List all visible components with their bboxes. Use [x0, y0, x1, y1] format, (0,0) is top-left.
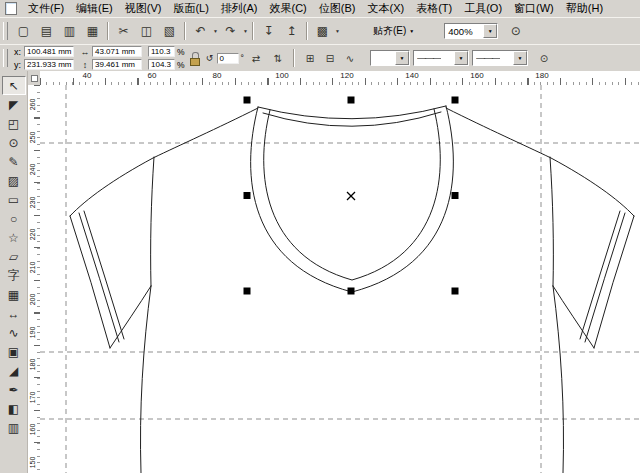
- tshirt-right-cuff-band-1[interactable]: [585, 213, 625, 342]
- tshirt-neckband-outer[interactable]: [251, 106, 454, 292]
- chevron-down-icon: ▼: [454, 51, 468, 65]
- menu-item[interactable]: 文件(F): [22, 0, 70, 17]
- menu-item[interactable]: 工具(O): [458, 0, 508, 17]
- pick-tool[interactable]: ↖: [2, 76, 26, 95]
- shape-tool[interactable]: ◤: [2, 95, 26, 114]
- eyedropper-tool[interactable]: ◢: [2, 361, 26, 380]
- convert-to-curves-icon: ∿: [346, 53, 354, 64]
- mirror-vertical-button[interactable]: ⇅: [268, 48, 288, 68]
- selection-handle[interactable]: [452, 192, 459, 199]
- line-style-combo[interactable]: ———▼: [413, 50, 469, 66]
- export-button[interactable]: ↥: [280, 20, 303, 42]
- crop-tool[interactable]: ◰: [2, 114, 26, 133]
- rectangle-tool[interactable]: ▭: [2, 190, 26, 209]
- selection-handle[interactable]: [348, 97, 355, 104]
- tshirt-right-cuff-edge[interactable]: [594, 216, 634, 348]
- menu-item[interactable]: 视图(V): [119, 0, 168, 17]
- tshirt-left-cuff-band-1[interactable]: [79, 213, 119, 342]
- import-button[interactable]: ↧: [257, 20, 280, 42]
- menu-item[interactable]: 位图(B): [313, 0, 362, 17]
- scale-x-input[interactable]: 110.3: [148, 46, 175, 57]
- smart-fill-tool-icon: ▨: [8, 174, 19, 188]
- outline-width-combo[interactable]: ▼: [370, 50, 410, 66]
- menu-item[interactable]: 效果(C): [264, 0, 313, 17]
- polygon-tool-icon: ☆: [8, 231, 19, 245]
- chevron-down-icon[interactable]: ▼: [334, 28, 341, 34]
- open-button[interactable]: ▤: [35, 20, 58, 42]
- chevron-down-icon[interactable]: ▼: [242, 28, 249, 34]
- menu-item[interactable]: 文本(X): [361, 0, 410, 17]
- freehand-tool[interactable]: ✎: [2, 152, 26, 171]
- horizontal-ruler[interactable]: 406080100120140160180: [40, 71, 640, 86]
- fill-tool[interactable]: ◧: [2, 399, 26, 418]
- convert-to-curves-button[interactable]: ∿: [340, 48, 360, 68]
- mirror-horizontal-button[interactable]: ⇄: [246, 48, 266, 68]
- cut-button[interactable]: ✂: [112, 20, 135, 42]
- ellipse-tool[interactable]: ○: [2, 209, 26, 228]
- save-button[interactable]: ▥: [58, 20, 81, 42]
- application-launcher-button[interactable]: ▩: [311, 20, 334, 42]
- outline-pen-tool[interactable]: ✒: [2, 380, 26, 399]
- menu-item[interactable]: 帮助(H): [560, 0, 609, 17]
- object-width-input[interactable]: 43.071 mm: [92, 46, 142, 57]
- menu-item[interactable]: 表格(T): [410, 0, 458, 17]
- interactive-fill-tool[interactable]: ▥: [2, 418, 26, 437]
- redo-button[interactable]: ↷: [219, 20, 242, 42]
- selection-handle[interactable]: [452, 288, 459, 295]
- text-tool[interactable]: 字: [2, 266, 26, 285]
- smart-fill-tool[interactable]: ▨: [2, 171, 26, 190]
- chevron-down-icon[interactable]: ▼: [212, 28, 219, 34]
- paste-button[interactable]: ▧: [158, 20, 181, 42]
- tshirt-right-shoulder-sleeve[interactable]: [446, 108, 634, 216]
- rotation-angle-input[interactable]: 0: [217, 53, 239, 64]
- menu-item[interactable]: 编辑(E): [70, 0, 119, 17]
- canvas-area: [40, 85, 640, 473]
- tshirt-back-collar-outer[interactable]: [258, 106, 446, 119]
- new-document-button[interactable]: ▢: [12, 20, 35, 42]
- copy-button[interactable]: ◫: [135, 20, 158, 42]
- menu-item[interactable]: 版面(L): [167, 0, 214, 17]
- selection-handle[interactable]: [348, 288, 355, 295]
- snap-to-dropdown[interactable]: 贴齐(E) ▼: [369, 22, 418, 40]
- tshirt-right-body-side[interactable]: [553, 286, 564, 473]
- table-tool[interactable]: ▦: [2, 285, 26, 304]
- tshirt-left-shoulder-sleeve[interactable]: [70, 108, 258, 216]
- x-position-input[interactable]: 100.481 mm: [24, 46, 74, 57]
- menu-item[interactable]: 排列(A): [215, 0, 264, 17]
- lock-ratio-button[interactable]: [189, 50, 201, 67]
- weld-button[interactable]: ⊟: [320, 48, 340, 68]
- polygon-tool[interactable]: ☆: [2, 228, 26, 247]
- zoom-tool[interactable]: ⊙: [2, 133, 26, 152]
- object-height-input[interactable]: 39.461 mm: [92, 59, 142, 70]
- toolbar-grip[interactable]: [3, 22, 8, 40]
- document-icon[interactable]: [5, 2, 17, 15]
- tshirt-left-body-side[interactable]: [140, 286, 151, 473]
- selection-handle[interactable]: [244, 288, 251, 295]
- undo-button[interactable]: ↶: [189, 20, 212, 42]
- arrowhead-combo[interactable]: ———▼: [472, 50, 528, 66]
- app-window: 文件(F)编辑(E)视图(V)版面(L)排列(A)效果(C)位图(B)文本(X)…: [0, 0, 640, 473]
- options-button[interactable]: ⊙: [504, 20, 527, 42]
- y-position-input[interactable]: 231.933 mm: [24, 59, 74, 70]
- dimension-tool[interactable]: ↔: [2, 304, 26, 323]
- connector-tool[interactable]: ∿: [2, 323, 26, 342]
- menu-item[interactable]: 窗口(W): [508, 0, 560, 17]
- tshirt-right-cuff-band-2[interactable]: [580, 211, 620, 339]
- selection-handle[interactable]: [244, 97, 251, 104]
- basic-shapes-tool[interactable]: ▱: [2, 247, 26, 266]
- selection-handle[interactable]: [452, 97, 459, 104]
- tshirt-left-cuff-band-2[interactable]: [84, 211, 124, 339]
- propbar-combos: ▼———▼———▼: [370, 50, 528, 66]
- blend-tool[interactable]: ▣: [2, 342, 26, 361]
- scale-y-input[interactable]: 104.3: [148, 59, 175, 70]
- drawing-canvas[interactable]: [40, 85, 640, 473]
- print-button[interactable]: ▦: [81, 20, 104, 42]
- tshirt-right-sleeve-seam[interactable]: [550, 157, 553, 286]
- tshirt-left-cuff-edge[interactable]: [70, 216, 110, 348]
- zoom-level-combo[interactable]: 400% ▼: [444, 23, 498, 39]
- propbar-grip[interactable]: [3, 49, 8, 67]
- combine-button[interactable]: ⊞: [300, 48, 320, 68]
- tshirt-left-sleeve-seam[interactable]: [151, 157, 154, 286]
- selection-handle[interactable]: [244, 192, 251, 199]
- wrap-paragraph-text-button[interactable]: ⊙: [534, 48, 554, 68]
